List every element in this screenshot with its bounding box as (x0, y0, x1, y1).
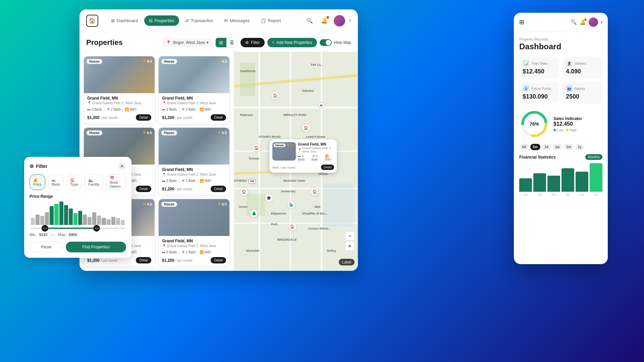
properties-icon: ⊟ (149, 18, 153, 23)
property-features: 🛏 3 Beds | 🚿 2 Bath | 📶 WiFi (162, 249, 226, 255)
financial-bar (576, 172, 588, 192)
price-max-thumb[interactable] (93, 225, 100, 232)
map-popup: House ★ 4.5 Grand Field, MN 📍 Grand Gala… (270, 139, 337, 173)
monthly-badge[interactable]: Monthly (585, 154, 602, 160)
add-properties-button[interactable]: + Add New Properties (267, 38, 317, 47)
filter-close-button[interactable]: ✕ (118, 162, 126, 170)
time-pills: All5m1d1w1m1y (519, 144, 602, 150)
detail-button[interactable]: Detail (211, 114, 226, 121)
property-rating: ★ 4.5 (143, 130, 152, 135)
price-bar (92, 212, 96, 225)
dashboard-content: Property Records Dashboard 📊 Total Sales… (514, 32, 608, 263)
min-label: Min: (30, 233, 37, 237)
filter-tab-book[interactable]: 📅 Book Option (106, 174, 126, 190)
nav-report[interactable]: 📋 Report (256, 15, 286, 26)
map-pin-5[interactable]: 🏠 (288, 223, 297, 231)
user-chevron[interactable]: ▾ (349, 18, 351, 23)
nav-actions: 🔍 🔔 ▾ (304, 15, 351, 26)
user-avatar[interactable] (334, 15, 345, 26)
time-pill[interactable]: 1y (575, 144, 584, 150)
dashboard-chevron-icon[interactable]: ▾ (601, 20, 602, 24)
dashboard-avatar[interactable] (589, 17, 598, 27)
star-icon: ★ (143, 59, 146, 63)
filter-tab-beds[interactable]: 🛏 Beds (48, 174, 64, 190)
map-detail-button[interactable]: Detail (321, 165, 334, 170)
detail-button[interactable]: Detail (136, 186, 151, 192)
view-toggle: ⊞ ☰ (215, 38, 238, 48)
detail-button[interactable]: Detail (211, 257, 226, 263)
dashboard-subtitle: Property Records (519, 37, 602, 41)
nav-messages[interactable]: ✉ Messages (219, 15, 254, 26)
stat-card: 👥 Agents 2500 (562, 82, 602, 104)
dashboard-search-icon[interactable]: 🔍 (571, 19, 577, 25)
map-pin-8[interactable]: 🏪 (287, 201, 295, 209)
filter-tab-type[interactable]: 🏠 Type (66, 174, 82, 190)
location-pin-icon: 📍 (166, 40, 171, 45)
bell-button[interactable]: 🔔 (319, 15, 330, 26)
map-pin-2[interactable]: 🏠 (302, 124, 310, 132)
label-button[interactable]: Label (339, 259, 355, 265)
filter-icon-panel: ⚙ (30, 164, 34, 169)
financial-chart: JanFebMarAprMayJun (519, 163, 602, 196)
nav-properties[interactable]: ⊟ Properties (144, 15, 179, 26)
messages-icon: ✉ (224, 18, 228, 23)
list-view-button[interactable]: ☰ (226, 38, 237, 47)
map-controls: − + (345, 231, 355, 251)
detail-button[interactable]: Detail (211, 186, 226, 192)
grid-view-button[interactable]: ⊞ (216, 38, 226, 47)
nav-transaction[interactable]: ⇄ Transaction (180, 15, 218, 26)
map-pin-10[interactable]: 🌲 (250, 209, 258, 218)
financial-bar (519, 178, 532, 192)
star-icon: ★ (217, 59, 221, 63)
map-pin-9[interactable]: 🏠 (311, 188, 319, 196)
star-icon: ★ (143, 130, 146, 135)
fin-bar-group: May (576, 172, 588, 196)
map-toggle-switch[interactable] (320, 39, 332, 46)
map-pin-3[interactable]: 🏠 (253, 144, 261, 152)
stat-value: $12.450 (523, 68, 556, 75)
notification-dot (326, 16, 329, 19)
property-name: Grand Field, MN (87, 96, 151, 101)
zoom-out-button[interactable]: − (345, 231, 355, 241)
price-slider[interactable] (30, 228, 126, 229)
bar-label: Mar (551, 193, 556, 196)
property-price: $1,200 / per month (162, 115, 193, 120)
stat-label: Viewers (575, 62, 586, 65)
price-bar (116, 218, 120, 225)
filter-title: ⚙ Filter (30, 164, 47, 169)
zoom-in-button[interactable]: + (345, 241, 355, 251)
app-logo: 🏠 (86, 15, 98, 27)
price-min-thumb[interactable] (42, 225, 48, 232)
find-properties-button[interactable]: Find Properties (66, 242, 126, 252)
star-icon: ★ (217, 130, 221, 135)
property-card: House ★ 4.5 Grand Field, MN 📍 Grand Gala… (84, 56, 155, 124)
map-pin-7[interactable]: 🎓 (265, 194, 273, 202)
map-pin-1[interactable]: 🏠 (271, 92, 279, 100)
sales-gauge: 76% (519, 109, 549, 139)
time-pill[interactable]: 5m (530, 144, 540, 150)
property-rating: ★ 4.5 (217, 130, 227, 135)
filter-tab-price[interactable]: 💰 Price (30, 174, 45, 190)
filter-panel: ⚙ Filter ✕ 💰 Price 🛏 Beds 🏠 Type 🏊 Facil… (24, 157, 131, 258)
time-pill[interactable]: 1m (564, 144, 574, 150)
map-pin-4[interactable]: 🏠 (240, 188, 248, 196)
detail-button[interactable]: Detail (136, 114, 151, 121)
detail-button[interactable]: Detail (136, 257, 151, 263)
time-pill[interactable]: All (519, 144, 529, 150)
filter-tab-facility[interactable]: 🏊 Facility (85, 174, 103, 190)
property-image: House ★ 4.5 (159, 128, 229, 165)
time-pill[interactable]: 1d (542, 144, 551, 150)
reset-button[interactable]: Reset (30, 242, 63, 252)
gauge-title: Sales Indicator (553, 116, 602, 121)
dashboard-bell-icon[interactable]: 🔔 (580, 19, 586, 25)
map-area: Hawthorne Fair La... Haledon Paterson WR… (234, 52, 358, 271)
dashboard-title: Dashboard (519, 42, 602, 51)
search-button[interactable]: 🔍 (304, 15, 315, 26)
time-pill[interactable]: 1w (552, 144, 562, 150)
property-type-badge: House (161, 202, 177, 207)
property-rating: ★ 4.5 (143, 59, 152, 63)
filter-button[interactable]: ⚙ Filter (240, 38, 265, 47)
view-map-toggle[interactable]: View Map (320, 39, 351, 46)
nav-dashboard[interactable]: ⊞ Dashboard (106, 15, 143, 26)
location-selector[interactable]: 📍 Bogor, West Java ▾ (162, 38, 213, 47)
